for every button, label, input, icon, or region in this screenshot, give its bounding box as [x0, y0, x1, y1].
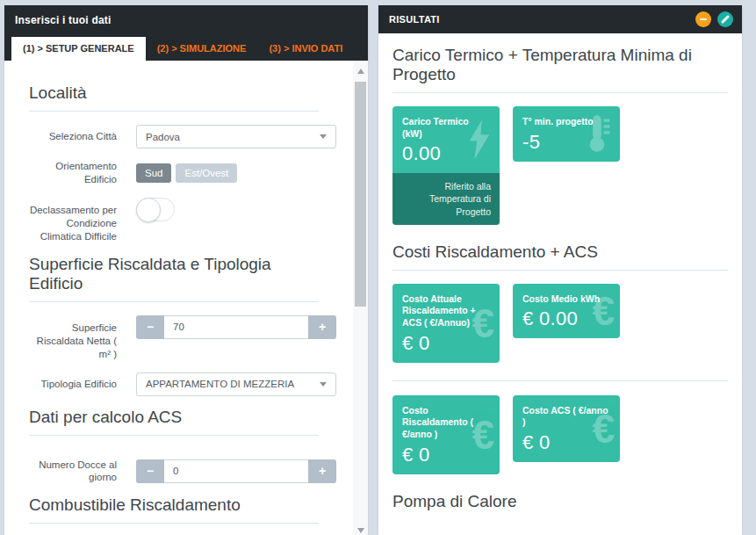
card-row-costi-2: Costo Riscaldamento ( €/anno ) € 0 € Cos… [392, 395, 728, 474]
section-heading-acs: Dati per calcolo ACS [29, 408, 319, 436]
card-costo-attuale: Costo Attuale Riscaldamento + ACS ( €/An… [392, 284, 500, 363]
city-select-value: Padova [146, 132, 180, 142]
superficie-label: Superficie Riscaldata Netta ( m² ) [29, 315, 117, 361]
card-title: Costo Attuale Riscaldamento + ACS ( €/An… [402, 293, 491, 329]
card-title: Costo Riscaldamento ( €/anno ) [402, 405, 491, 441]
section-heading-pompa: Pompa di Calore [392, 492, 728, 513]
orientation-segmented-control: Sud Est/Ovest [136, 163, 336, 183]
row-tipologia: Tipologia Edificio APPARTAMENTO DI MEZZE… [29, 372, 319, 396]
section-heading-superficie: Superficie Riscaldata e Tipologia Edific… [29, 255, 319, 302]
card-title: Costo Medio kWh [522, 293, 611, 306]
toggle-knob[interactable] [136, 198, 161, 222]
row-declassamento: Declassamento per Condizione Climatica D… [29, 198, 319, 243]
tab-invio-dati[interactable]: (3) > INVIO DATI [257, 37, 354, 61]
card-value: € 0 [402, 332, 491, 355]
scroll-down-icon[interactable] [353, 523, 368, 535]
declassamento-label: Declassamento per Condizione Climatica D… [29, 198, 117, 243]
card-costo-acs: Costo ACS ( €/anno ) € 0 € [513, 395, 620, 462]
card-title: Costo ACS ( €/anno ) [522, 405, 611, 429]
scroll-up-icon[interactable] [353, 63, 368, 78]
chevron-down-icon [320, 134, 327, 139]
card-value: 0.00 [402, 142, 491, 165]
tipologia-select[interactable]: APPARTAMENTO DI MEZZERIA [136, 372, 336, 396]
row-docce: Numero Docce al giorno − + [29, 459, 319, 485]
card-costo-medio-kwh: Costo Medio kWh € 0.00 € [513, 284, 620, 339]
input-panel: Inserisci i tuoi dati (1) > SETUP GENERA… [4, 5, 368, 535]
row-orientamento: Orientamento Edificio Sud Est/Ovest [29, 160, 319, 186]
row-seleziona-citta: Seleziona Città Padova [29, 125, 319, 148]
superficie-input[interactable] [164, 315, 308, 339]
tipologia-select-value: APPARTAMENTO DI MEZZERIA [146, 379, 294, 389]
orientation-estovest-button[interactable]: Est/Ovest [176, 163, 237, 183]
docce-label: Numero Docce al giorno [29, 459, 117, 485]
vertical-scrollbar[interactable] [353, 61, 368, 535]
minus-button[interactable]: − [136, 459, 164, 483]
card-row-carico: Carico Termico (kW) 0.00 Riferito alla T… [392, 106, 728, 225]
card-value: -5 [522, 131, 611, 154]
card-footer-note: Riferito alla Temperatura di Progetto [392, 173, 500, 225]
results-panel-title: RISULTATI [389, 14, 440, 25]
tipologia-label: Tipologia Edificio [29, 378, 117, 391]
tab-simulazione[interactable]: (2) > SIMULAZIONE [146, 37, 258, 61]
seleziona-citta-label: Seleziona Città [29, 130, 117, 143]
minus-icon [700, 18, 707, 20]
city-select[interactable]: Padova [136, 125, 336, 148]
card-value: € 0 [522, 431, 611, 454]
card-costo-riscaldamento: Costo Riscaldamento ( €/anno ) € 0 € [392, 395, 500, 474]
section-heading-combustibile: Combustibile Riscaldamento [29, 495, 319, 524]
plus-button[interactable]: + [308, 459, 336, 483]
card-title: Carico Termico (kW) [402, 116, 491, 140]
results-panel: RISULTATI Carico Termico + Temperatura M… [378, 5, 742, 535]
scrollbar-thumb[interactable] [355, 82, 366, 307]
card-title: T° min. progetto [522, 116, 611, 128]
orientation-sud-button[interactable]: Sud [136, 163, 171, 183]
section-heading-localita: Località [29, 83, 319, 112]
chevron-down-icon [320, 382, 327, 387]
card-value: € 0 [402, 444, 491, 466]
input-panel-title: Inserisci i tuoi dati [4, 5, 368, 33]
card-value: € 0.00 [522, 307, 611, 330]
card-carico-termico: Carico Termico (kW) 0.00 Riferito alla T… [392, 106, 500, 225]
declassamento-toggle[interactable] [136, 198, 175, 221]
plus-button[interactable]: + [308, 315, 336, 339]
row-superficie: Superficie Riscaldata Netta ( m² ) − + [29, 315, 319, 361]
results-content: Carico Termico + Temperatura Minima di P… [378, 33, 742, 513]
orientamento-label: Orientamento Edificio [29, 160, 117, 186]
docce-input[interactable] [164, 459, 308, 483]
setup-tab-bar: (1) > SETUP GENERALE (2) > SIMULAZIONE (… [4, 33, 368, 61]
results-panel-header: RISULTATI [378, 5, 742, 33]
expand-button[interactable] [717, 11, 733, 27]
diagonal-arrow-icon [720, 14, 731, 25]
minus-button[interactable]: − [136, 315, 164, 339]
setup-form-content: Località Seleziona Città Padova Orientam… [4, 61, 368, 535]
collapse-button[interactable] [695, 11, 711, 27]
input-panel-header: Inserisci i tuoi dati (1) > SETUP GENERA… [4, 5, 368, 61]
tab-setup-generale[interactable]: (1) > SETUP GENERALE [11, 37, 146, 61]
section-divider [392, 380, 728, 381]
docce-stepper: − + [136, 459, 336, 483]
card-row-costi-1: Costo Attuale Riscaldamento + ACS ( €/An… [392, 284, 728, 363]
card-t-min-progetto: T° min. progetto -5 [513, 106, 620, 162]
superficie-stepper: − + [136, 315, 336, 339]
section-heading-carico: Carico Termico + Temperatura Minima di P… [392, 46, 728, 93]
section-heading-costi: Costi Riscaldamento + ACS [392, 242, 728, 271]
